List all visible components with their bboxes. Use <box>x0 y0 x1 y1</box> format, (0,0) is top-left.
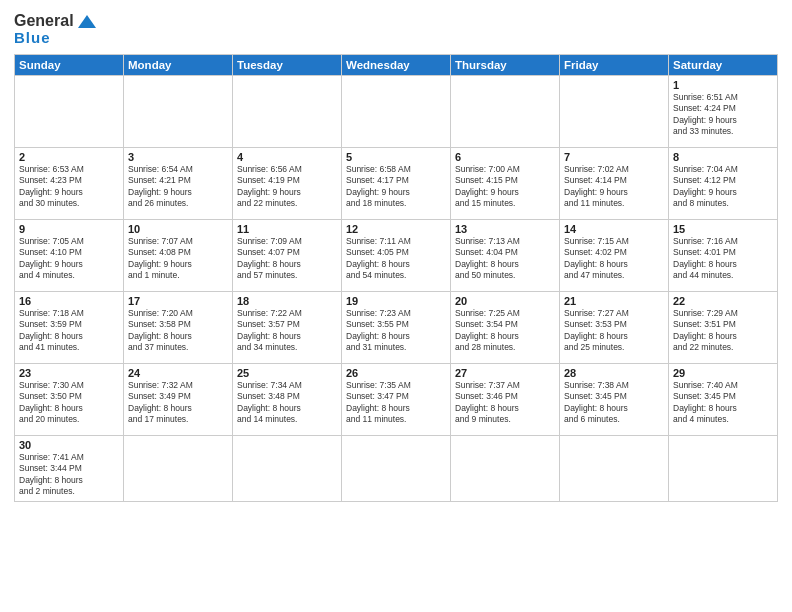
calendar-week-3: 16Sunrise: 7:18 AM Sunset: 3:59 PM Dayli… <box>15 292 778 364</box>
calendar-cell <box>669 436 778 502</box>
day-info: Sunrise: 7:13 AM Sunset: 4:04 PM Dayligh… <box>455 236 555 282</box>
calendar-cell <box>342 76 451 148</box>
day-number: 1 <box>673 79 773 91</box>
weekday-header-row: SundayMondayTuesdayWednesdayThursdayFrid… <box>15 55 778 76</box>
calendar-cell <box>233 436 342 502</box>
calendar-cell: 5Sunrise: 6:58 AM Sunset: 4:17 PM Daylig… <box>342 148 451 220</box>
calendar-cell: 11Sunrise: 7:09 AM Sunset: 4:07 PM Dayli… <box>233 220 342 292</box>
day-info: Sunrise: 7:40 AM Sunset: 3:45 PM Dayligh… <box>673 380 773 426</box>
calendar-cell: 13Sunrise: 7:13 AM Sunset: 4:04 PM Dayli… <box>451 220 560 292</box>
day-number: 5 <box>346 151 446 163</box>
calendar-cell: 6Sunrise: 7:00 AM Sunset: 4:15 PM Daylig… <box>451 148 560 220</box>
day-info: Sunrise: 7:05 AM Sunset: 4:10 PM Dayligh… <box>19 236 119 282</box>
day-info: Sunrise: 7:35 AM Sunset: 3:47 PM Dayligh… <box>346 380 446 426</box>
calendar-cell: 10Sunrise: 7:07 AM Sunset: 4:08 PM Dayli… <box>124 220 233 292</box>
day-info: Sunrise: 6:53 AM Sunset: 4:23 PM Dayligh… <box>19 164 119 210</box>
calendar-cell <box>342 436 451 502</box>
weekday-header-sunday: Sunday <box>15 55 124 76</box>
day-number: 23 <box>19 367 119 379</box>
calendar-cell: 20Sunrise: 7:25 AM Sunset: 3:54 PM Dayli… <box>451 292 560 364</box>
day-number: 15 <box>673 223 773 235</box>
day-info: Sunrise: 7:15 AM Sunset: 4:02 PM Dayligh… <box>564 236 664 282</box>
calendar-cell: 18Sunrise: 7:22 AM Sunset: 3:57 PM Dayli… <box>233 292 342 364</box>
day-info: Sunrise: 7:00 AM Sunset: 4:15 PM Dayligh… <box>455 164 555 210</box>
calendar-cell: 1Sunrise: 6:51 AM Sunset: 4:24 PM Daylig… <box>669 76 778 148</box>
calendar-cell: 23Sunrise: 7:30 AM Sunset: 3:50 PM Dayli… <box>15 364 124 436</box>
calendar-table: SundayMondayTuesdayWednesdayThursdayFrid… <box>14 54 778 502</box>
day-number: 29 <box>673 367 773 379</box>
weekday-header-thursday: Thursday <box>451 55 560 76</box>
calendar-cell: 27Sunrise: 7:37 AM Sunset: 3:46 PM Dayli… <box>451 364 560 436</box>
day-info: Sunrise: 7:02 AM Sunset: 4:14 PM Dayligh… <box>564 164 664 210</box>
calendar-cell: 22Sunrise: 7:29 AM Sunset: 3:51 PM Dayli… <box>669 292 778 364</box>
calendar-cell: 14Sunrise: 7:15 AM Sunset: 4:02 PM Dayli… <box>560 220 669 292</box>
day-number: 26 <box>346 367 446 379</box>
day-info: Sunrise: 7:07 AM Sunset: 4:08 PM Dayligh… <box>128 236 228 282</box>
calendar-cell: 25Sunrise: 7:34 AM Sunset: 3:48 PM Dayli… <box>233 364 342 436</box>
calendar-cell <box>15 76 124 148</box>
calendar-week-5: 30Sunrise: 7:41 AM Sunset: 3:44 PM Dayli… <box>15 436 778 502</box>
day-info: Sunrise: 6:54 AM Sunset: 4:21 PM Dayligh… <box>128 164 228 210</box>
day-info: Sunrise: 7:20 AM Sunset: 3:58 PM Dayligh… <box>128 308 228 354</box>
day-info: Sunrise: 7:23 AM Sunset: 3:55 PM Dayligh… <box>346 308 446 354</box>
day-number: 25 <box>237 367 337 379</box>
day-number: 30 <box>19 439 119 451</box>
page: General Blue SundayMondayTuesdayWednesda… <box>0 0 792 612</box>
day-number: 2 <box>19 151 119 163</box>
weekday-header-tuesday: Tuesday <box>233 55 342 76</box>
calendar-cell: 17Sunrise: 7:20 AM Sunset: 3:58 PM Dayli… <box>124 292 233 364</box>
day-info: Sunrise: 6:56 AM Sunset: 4:19 PM Dayligh… <box>237 164 337 210</box>
calendar-cell: 24Sunrise: 7:32 AM Sunset: 3:49 PM Dayli… <box>124 364 233 436</box>
day-number: 20 <box>455 295 555 307</box>
weekday-header-monday: Monday <box>124 55 233 76</box>
day-number: 4 <box>237 151 337 163</box>
day-number: 18 <box>237 295 337 307</box>
calendar-cell: 9Sunrise: 7:05 AM Sunset: 4:10 PM Daylig… <box>15 220 124 292</box>
day-number: 19 <box>346 295 446 307</box>
calendar-week-1: 2Sunrise: 6:53 AM Sunset: 4:23 PM Daylig… <box>15 148 778 220</box>
logo: General Blue <box>14 12 96 46</box>
calendar-week-4: 23Sunrise: 7:30 AM Sunset: 3:50 PM Dayli… <box>15 364 778 436</box>
day-info: Sunrise: 7:34 AM Sunset: 3:48 PM Dayligh… <box>237 380 337 426</box>
day-number: 24 <box>128 367 228 379</box>
calendar-cell: 2Sunrise: 6:53 AM Sunset: 4:23 PM Daylig… <box>15 148 124 220</box>
calendar-cell: 3Sunrise: 6:54 AM Sunset: 4:21 PM Daylig… <box>124 148 233 220</box>
day-info: Sunrise: 7:38 AM Sunset: 3:45 PM Dayligh… <box>564 380 664 426</box>
calendar-cell: 4Sunrise: 6:56 AM Sunset: 4:19 PM Daylig… <box>233 148 342 220</box>
day-number: 27 <box>455 367 555 379</box>
day-info: Sunrise: 7:37 AM Sunset: 3:46 PM Dayligh… <box>455 380 555 426</box>
logo-icon: General <box>14 12 96 30</box>
day-number: 14 <box>564 223 664 235</box>
day-number: 21 <box>564 295 664 307</box>
header: General Blue <box>14 12 778 46</box>
day-number: 17 <box>128 295 228 307</box>
day-info: Sunrise: 7:29 AM Sunset: 3:51 PM Dayligh… <box>673 308 773 354</box>
day-info: Sunrise: 7:25 AM Sunset: 3:54 PM Dayligh… <box>455 308 555 354</box>
day-number: 16 <box>19 295 119 307</box>
day-number: 8 <box>673 151 773 163</box>
day-number: 28 <box>564 367 664 379</box>
calendar-cell: 12Sunrise: 7:11 AM Sunset: 4:05 PM Dayli… <box>342 220 451 292</box>
calendar-cell: 16Sunrise: 7:18 AM Sunset: 3:59 PM Dayli… <box>15 292 124 364</box>
logo-triangle-icon <box>78 15 96 28</box>
calendar-cell <box>233 76 342 148</box>
calendar-cell <box>560 76 669 148</box>
day-number: 13 <box>455 223 555 235</box>
day-info: Sunrise: 7:41 AM Sunset: 3:44 PM Dayligh… <box>19 452 119 498</box>
calendar-cell <box>451 436 560 502</box>
weekday-header-wednesday: Wednesday <box>342 55 451 76</box>
day-info: Sunrise: 7:32 AM Sunset: 3:49 PM Dayligh… <box>128 380 228 426</box>
weekday-header-friday: Friday <box>560 55 669 76</box>
day-number: 22 <box>673 295 773 307</box>
calendar-cell <box>124 436 233 502</box>
day-number: 7 <box>564 151 664 163</box>
logo-blue-text: Blue <box>14 29 51 46</box>
calendar-cell: 26Sunrise: 7:35 AM Sunset: 3:47 PM Dayli… <box>342 364 451 436</box>
day-info: Sunrise: 7:22 AM Sunset: 3:57 PM Dayligh… <box>237 308 337 354</box>
day-number: 9 <box>19 223 119 235</box>
day-info: Sunrise: 7:18 AM Sunset: 3:59 PM Dayligh… <box>19 308 119 354</box>
calendar-cell: 30Sunrise: 7:41 AM Sunset: 3:44 PM Dayli… <box>15 436 124 502</box>
day-info: Sunrise: 7:11 AM Sunset: 4:05 PM Dayligh… <box>346 236 446 282</box>
calendar-cell <box>124 76 233 148</box>
calendar-cell <box>451 76 560 148</box>
